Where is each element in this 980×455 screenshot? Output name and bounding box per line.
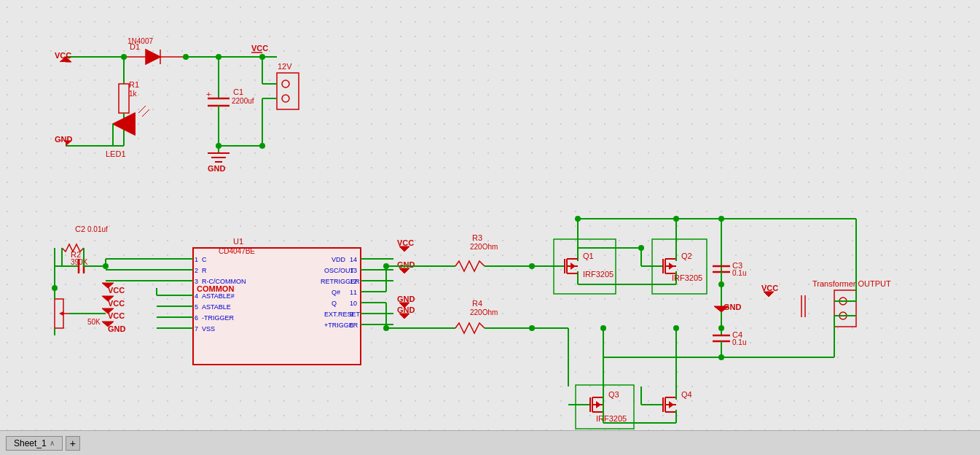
u1-pin11-label: Q# xyxy=(332,289,340,296)
u1-pin2-name: 2 xyxy=(195,267,198,274)
svg-rect-158 xyxy=(834,290,856,327)
svg-marker-110 xyxy=(669,262,674,270)
u1-pin1-label: C xyxy=(202,256,207,263)
svg-rect-2 xyxy=(52,62,66,68)
svg-point-179 xyxy=(718,354,724,360)
svg-point-175 xyxy=(638,245,644,251)
c4-val: 0.1u xyxy=(732,338,746,346)
u1-pin13-label: OSC/OUT xyxy=(324,267,355,274)
u1-pin14-label: VDD xyxy=(332,256,346,263)
u1-val: CD4047BE xyxy=(219,247,255,255)
r1-val: 1k xyxy=(129,90,138,98)
q3-ref: Q3 xyxy=(608,390,619,399)
svg-marker-157 xyxy=(764,292,774,297)
q3-val: IRF3205 xyxy=(596,414,627,423)
gnd-trigger: GND xyxy=(397,306,415,314)
u1-pin10-label: Q xyxy=(332,300,337,307)
u1-pin7-label: VSS xyxy=(202,325,215,332)
j1-val: 12V xyxy=(278,62,292,71)
q4-ref: Q4 xyxy=(681,390,692,399)
u1-pin9-label: EXT.RESET xyxy=(324,311,361,318)
svg-line-14 xyxy=(138,106,146,113)
svg-point-42 xyxy=(216,143,222,149)
svg-rect-26 xyxy=(277,73,299,109)
u1-pin1-name: 1 xyxy=(195,256,198,263)
svg-point-39 xyxy=(121,54,127,60)
svg-marker-128 xyxy=(596,401,601,408)
q2-val: IRF3205 xyxy=(672,273,702,282)
svg-point-178 xyxy=(718,325,724,331)
vcc-label-1: VCC xyxy=(55,51,71,60)
q1-ref: Q1 xyxy=(583,252,594,260)
svg-text:+: + xyxy=(206,90,211,98)
svg-point-180 xyxy=(600,325,606,331)
svg-point-177 xyxy=(718,281,724,287)
u1-pin6-name: 6 xyxy=(195,314,198,322)
u1-pin6-label: -TRIGGER xyxy=(202,314,234,322)
vcc-vdd: VCC xyxy=(397,238,414,247)
c2-ref: C2 xyxy=(75,225,85,233)
svg-point-181 xyxy=(673,325,679,331)
u1-pin7-name: 7 xyxy=(195,325,198,332)
gnd-center: GND xyxy=(724,303,742,311)
u1-pin10-name: 10 xyxy=(350,300,357,307)
schematic-canvas[interactable]: VCC D1 1N4007 R1 1k LED1 GND xyxy=(0,0,980,430)
r1-ref: R1 xyxy=(129,80,139,89)
r4-ref: R4 xyxy=(472,299,482,308)
jout-label: Transformer OUTPUT xyxy=(812,279,891,288)
svg-point-44 xyxy=(259,143,265,149)
svg-point-40 xyxy=(183,54,189,60)
svg-marker-72 xyxy=(399,246,409,252)
r2-val: 390K xyxy=(71,258,88,266)
vcc-u1-4: VCC xyxy=(108,286,125,295)
vcc-right: VCC xyxy=(761,284,778,292)
gnd-label-2: GND xyxy=(208,164,226,173)
u1-pin8-label: +TRIGGER xyxy=(324,322,358,329)
gnd-retrigger: GND xyxy=(397,260,415,269)
svg-point-185 xyxy=(383,325,389,331)
svg-marker-75 xyxy=(399,268,409,273)
c1-val: 2200uf xyxy=(232,97,254,105)
c2-val: 0.01uf xyxy=(87,225,108,233)
bottom-bar: Sheet_1 ∧ + xyxy=(0,430,980,455)
gnd-extreset: GND xyxy=(397,295,415,303)
svg-marker-103 xyxy=(571,262,576,270)
vcc-u1-6: VCC xyxy=(108,311,125,320)
u1-pin5-name: 5 xyxy=(195,303,198,311)
u1-pin5-label: ASTABLE xyxy=(202,303,231,311)
u1-pin4-name: 4 xyxy=(195,292,198,300)
led1-ref: LED1 xyxy=(106,149,126,158)
vcc-u1-5: VCC xyxy=(108,299,125,308)
u1-pin12-label: RETRIGGER xyxy=(321,278,360,285)
svg-point-184 xyxy=(383,263,389,269)
svg-point-187 xyxy=(529,325,535,331)
u1-pin4-label: ASTABLE# xyxy=(202,292,235,300)
svg-point-43 xyxy=(259,54,265,60)
svg-point-41 xyxy=(216,54,222,60)
sheet-tab[interactable]: Sheet_1 ∧ xyxy=(6,436,63,451)
pot-val: 50K xyxy=(87,318,101,326)
sheet-tab-arrow: ∧ xyxy=(50,439,55,447)
u1-pin2-label: R xyxy=(202,267,207,274)
c1-ref: C1 xyxy=(233,88,243,96)
u1-pin14-name: 14 xyxy=(350,256,357,263)
svg-point-173 xyxy=(575,216,581,222)
vcc-label-2: VCC xyxy=(251,44,268,52)
c3-val: 0.1u xyxy=(732,269,746,277)
svg-point-183 xyxy=(103,263,109,269)
r3-ref: R3 xyxy=(472,233,482,242)
svg-point-176 xyxy=(718,216,724,222)
r4-val: 220Ohm xyxy=(470,308,498,316)
svg-marker-4 xyxy=(146,50,160,64)
r3-val: 220Ohm xyxy=(470,243,498,251)
svg-rect-8 xyxy=(119,84,129,113)
svg-marker-137 xyxy=(669,401,674,408)
u1-pin11-name: 11 xyxy=(350,289,357,296)
gnd-u1-7: GND xyxy=(108,324,126,333)
d1-val: 1N4007 xyxy=(128,37,153,45)
q1-val: IRF3205 xyxy=(583,270,614,279)
add-sheet-button[interactable]: + xyxy=(66,436,80,451)
sheet-tab-label: Sheet_1 xyxy=(14,438,47,448)
svg-line-15 xyxy=(142,109,149,117)
gnd-label-1: GND xyxy=(55,135,73,144)
